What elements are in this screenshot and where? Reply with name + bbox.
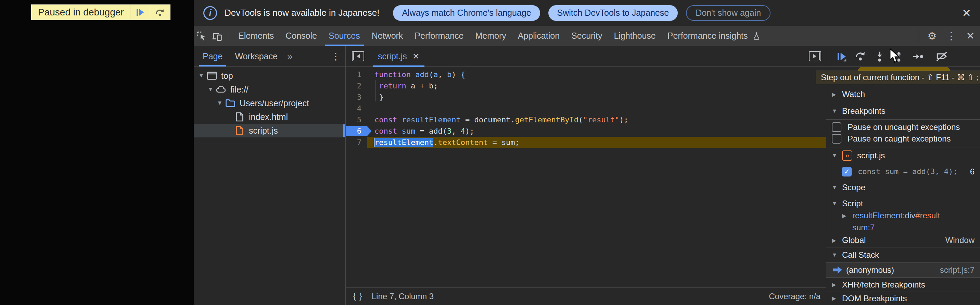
resume-script-button[interactable] <box>832 49 851 64</box>
file-tree: ▼top▼file://▼Users/user/projectindex.htm… <box>194 67 345 137</box>
collapsed-arrow-icon[interactable]: ▶ <box>832 237 842 244</box>
section-breakpoints[interactable]: ▼ Breakpoints <box>826 103 980 119</box>
devtools-close-icon[interactable]: ✕ <box>961 26 980 46</box>
tab-sources[interactable]: Sources <box>323 26 366 46</box>
tree-item-script-js[interactable]: script.js <box>194 124 345 137</box>
navigator-tab-page[interactable]: Page <box>199 46 226 67</box>
tab-application[interactable]: Application <box>512 26 565 46</box>
pause-uncaught-checkbox[interactable] <box>832 122 842 132</box>
resume-script-button[interactable] <box>130 5 150 19</box>
expanded-arrow-icon[interactable]: ▼ <box>216 100 224 107</box>
deactivate-breakpoints-icon <box>935 50 948 63</box>
code-line-2[interactable]: 2 return a + b; <box>346 80 826 91</box>
code-line-5[interactable]: 5const resultElement = document.getEleme… <box>346 114 826 125</box>
breakpoint-file-group[interactable]: ▼ ‹› script.js <box>826 147 980 164</box>
scope-global-group[interactable]: ▶ Global Window <box>826 233 980 247</box>
editor-tab-close-icon[interactable]: ✕ <box>412 51 420 61</box>
expanded-arrow-icon[interactable]: ▼ <box>197 72 205 79</box>
frame-name: (anonymous) <box>846 265 894 275</box>
tree-item-file-[interactable]: ▼file:// <box>194 83 345 96</box>
collapsed-arrow-icon[interactable]: ▶ <box>832 281 842 288</box>
code-line-6[interactable]: 6const sum = add(3, 4); <box>346 125 826 137</box>
step-over-banner-button[interactable] <box>150 5 170 19</box>
toggle-device-toolbar-button[interactable] <box>210 26 225 46</box>
section-call-stack[interactable]: ▼ Call Stack <box>826 247 980 262</box>
expanded-arrow-icon[interactable]: ▼ <box>832 184 842 190</box>
line-number[interactable]: 4 <box>346 104 367 113</box>
tab-label: Lighthouse <box>614 31 655 41</box>
tree-item-index-html[interactable]: index.html <box>194 110 345 124</box>
tab-performance-insights[interactable]: Performance insights <box>662 26 767 46</box>
dont-show-again-button[interactable]: Don't show again <box>686 5 770 21</box>
breakpoint-entry[interactable]: ✓ const sum = add(3, 4); 6 <box>826 164 980 179</box>
call-stack-frame[interactable]: (anonymous) script.js:7 <box>826 262 980 277</box>
tab-performance[interactable]: Performance <box>409 26 469 46</box>
html-file-icon <box>234 112 245 122</box>
notification-close-icon[interactable]: ✕ <box>962 6 971 19</box>
step-into-button[interactable] <box>870 49 889 64</box>
tab-console[interactable]: Console <box>280 26 323 46</box>
code-line-4[interactable]: 4 <box>346 103 826 114</box>
info-icon: i <box>203 6 217 20</box>
settings-gear-icon[interactable]: ⚙ <box>923 26 942 46</box>
tree-item-users-user-project[interactable]: ▼Users/user/project <box>194 96 345 110</box>
collapsed-arrow-icon[interactable]: ▶ <box>832 91 842 97</box>
step-button[interactable] <box>908 49 928 64</box>
step-over-button[interactable] <box>851 49 870 64</box>
tab-lighthouse[interactable]: Lighthouse <box>608 26 661 46</box>
scope-script-group[interactable]: ▼ Script <box>826 196 980 209</box>
navigator-menu-kebab-icon[interactable]: ⋮ <box>331 51 340 62</box>
code-line-7[interactable]: 7resultElement.textContent = sum; <box>346 137 826 148</box>
collapse-navigator-icon[interactable] <box>352 51 364 61</box>
expanded-arrow-icon[interactable]: ▼ <box>832 152 842 159</box>
js-file-icon <box>234 125 245 136</box>
section-xhr-breakpoints[interactable]: ▶ XHR/fetch Breakpoints <box>826 277 980 292</box>
scope-var-sum[interactable]: sum: 7 <box>826 222 980 233</box>
tab-network[interactable]: Network <box>366 26 409 46</box>
expanded-arrow-icon[interactable]: ▼ <box>832 200 842 207</box>
cloud-icon <box>215 84 227 94</box>
more-tabs-chevrons-icon[interactable]: » <box>287 51 292 62</box>
tab-memory[interactable]: Memory <box>469 26 512 46</box>
pretty-print-icon[interactable]: { } <box>353 292 363 301</box>
editor-tab-scriptjs[interactable]: script.js ✕ <box>373 46 425 67</box>
tree-item-top[interactable]: ▼top <box>194 69 345 83</box>
code-line-1[interactable]: 1function add(a, b) { <box>346 69 826 80</box>
deactivate-breakpoints-button[interactable] <box>932 49 951 64</box>
tab-label: Memory <box>475 31 506 41</box>
line-number[interactable]: 6 <box>346 127 367 136</box>
tab-elements[interactable]: Elements <box>232 26 280 46</box>
expanded-arrow-icon[interactable]: ▼ <box>207 86 215 93</box>
js-file-badge-icon: ‹› <box>842 150 852 161</box>
switch-to-japanese-button[interactable]: Switch DevTools to Japanese <box>548 5 678 21</box>
breakpoint-file-label: script.js <box>857 151 885 160</box>
source-code-area[interactable]: 1function add(a, b) {2 return a + b;3 }4… <box>346 67 826 287</box>
tab-label: Security <box>571 31 602 41</box>
step-icon <box>912 50 924 63</box>
section-watch[interactable]: ▶ Watch <box>826 86 980 103</box>
devtools-tab-bar: ElementsConsoleSourcesNetworkPerformance… <box>194 26 980 46</box>
line-number[interactable]: 7 <box>346 138 367 147</box>
notification-message: DevTools is now available in Japanese! <box>224 8 379 18</box>
collapsed-arrow-icon[interactable]: ▶ <box>832 295 842 302</box>
more-options-kebab-icon[interactable]: ⋮ <box>942 26 961 46</box>
pause-caught-checkbox[interactable] <box>832 134 842 144</box>
section-scope[interactable]: ▼ Scope <box>826 179 980 196</box>
code-text: function add(a, b) { <box>367 70 465 79</box>
navigator-tab-workspace[interactable]: Workspace <box>231 46 281 67</box>
inspect-element-button[interactable] <box>194 26 210 46</box>
line-number[interactable]: 1 <box>346 70 367 79</box>
collapsed-arrow-icon[interactable]: ▶ <box>842 212 852 219</box>
always-match-language-button[interactable]: Always match Chrome's language <box>393 5 540 21</box>
code-line-3[interactable]: 3 } <box>346 91 826 103</box>
expanded-arrow-icon[interactable]: ▼ <box>832 252 842 258</box>
tab-security[interactable]: Security <box>565 26 608 46</box>
collapse-debugger-icon[interactable] <box>809 51 821 61</box>
scope-var-resultelement[interactable]: ▶ resultElement: div#result <box>826 209 980 222</box>
line-number[interactable]: 2 <box>346 81 367 90</box>
breakpoint-enabled-checkbox[interactable]: ✓ <box>842 167 852 177</box>
section-dom-breakpoints[interactable]: ▶ DOM Breakpoints <box>826 292 980 305</box>
line-number[interactable]: 5 <box>346 115 367 124</box>
line-number[interactable]: 3 <box>346 93 367 101</box>
expanded-arrow-icon[interactable]: ▼ <box>832 108 842 114</box>
